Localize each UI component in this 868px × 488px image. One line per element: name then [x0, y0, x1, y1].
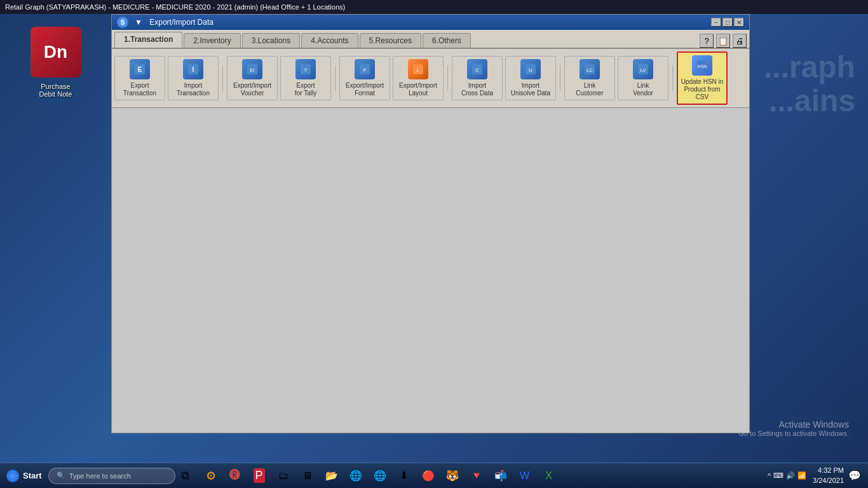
toolbar-area: E ExportTransaction I ImportTransaction … [112, 49, 749, 108]
tab-accounts[interactable]: 4.Accounts [301, 33, 358, 48]
title-controls: − □ ✕ [711, 18, 744, 27]
start-button[interactable]: Start [0, 463, 48, 488]
clipboard-button[interactable]: 📋 [716, 34, 730, 48]
taskbar: Start 🔍 Type here to search ⧉ ⚙ 🅡 P 🗂 [0, 463, 868, 488]
export-for-tally-icon: T [295, 59, 316, 79]
link-customer-button[interactable]: LC LinkCustomer [564, 56, 615, 100]
divider-3 [447, 65, 448, 91]
divider-4 [560, 65, 560, 91]
export-import-voucher-label: Export/ImportVoucher [233, 82, 271, 97]
divider-5 [672, 65, 673, 91]
export-import-voucher-button[interactable]: EI Export/ImportVoucher [227, 56, 278, 100]
export-for-tally-button[interactable]: T Exportfor Tally [280, 56, 331, 100]
taskbar-app-6[interactable]: 📂 [320, 464, 343, 487]
tab-inventory[interactable]: 2.Inventory [184, 33, 240, 48]
svg-text:LC: LC [587, 67, 593, 73]
tray-expand-icon[interactable]: ^ [768, 472, 771, 480]
taskbar-apps: ⚙ 🅡 P 🗂 🖥 📂 🌐 🌐 ⬇ [196, 464, 759, 487]
link-vendor-icon: LV [633, 59, 653, 79]
update-hsn-button[interactable]: HSN Update HSN inProduct from CSV [677, 51, 728, 105]
tab-transaction[interactable]: 1.Transaction [114, 32, 182, 48]
update-hsn-icon: HSN [692, 55, 712, 76]
keyboard-icon: ⌨ [773, 471, 783, 480]
content-area [112, 108, 749, 433]
import-unisolve-data-button[interactable]: U ImportUnisolve Data [505, 56, 556, 100]
activate-windows-watermark: Activate Windows Go to Settings to activ… [738, 419, 849, 437]
main-app-window: S ▼ Export/Import Data − □ ✕ 1.Transacti… [111, 14, 750, 433]
current-time: 4:32 PM [813, 466, 844, 475]
tab-resources[interactable]: 5.Resources [360, 33, 421, 48]
import-transaction-label: ImportTransaction [177, 82, 210, 97]
os-title-bar: Retail Graph (SATYAPRAKASH) - MEDICURE -… [0, 0, 868, 14]
tab-locations[interactable]: 3.Locations [242, 33, 300, 48]
toolbar-right-icons: ? 📋 🖨 [700, 34, 747, 48]
export-transaction-label: ExportTransaction [123, 82, 156, 97]
current-date: 3/24/2021 [813, 476, 844, 485]
os-title-text: Retail Graph (SATYAPRAKASH) - MEDICURE -… [5, 3, 345, 11]
purchase-debit-note-icon[interactable]: Dn [31, 27, 81, 78]
taskbar-right: ^ ⌨ 🔊 📶 4:32 PM 3/24/2021 💬 [759, 466, 868, 485]
nav-tabs: 1.Transaction 2.Inventory 3.Locations 4.… [112, 30, 749, 49]
network-icon: 🔊 [786, 471, 795, 480]
export-import-layout-button[interactable]: L Export/ImportLayout [393, 56, 444, 100]
print-button[interactable]: 🖨 [733, 34, 747, 48]
divider-1 [222, 65, 223, 91]
svg-text:C: C [475, 67, 479, 73]
close-button[interactable]: ✕ [734, 18, 744, 27]
taskbar-app-4[interactable]: 🗂 [272, 464, 295, 487]
export-import-voucher-icon: EI [242, 59, 262, 79]
taskbar-search[interactable]: 🔍 Type here to search [48, 468, 175, 484]
app-title-bar: S ▼ Export/Import Data − □ ✕ [112, 15, 749, 30]
taskbar-app-14[interactable]: W [513, 464, 536, 487]
task-view-button[interactable]: ⧉ [175, 466, 196, 486]
svg-text:HSN: HSN [698, 64, 707, 69]
activate-line2: Go to Settings to activate Windows. [738, 430, 849, 437]
svg-text:F: F [363, 67, 367, 73]
svg-text:U: U [529, 67, 532, 73]
svg-text:L: L [417, 67, 420, 73]
import-transaction-icon: I [183, 59, 203, 79]
update-hsn-label: Update HSN inProduct from CSV [679, 78, 725, 101]
taskbar-app-9[interactable]: ⬇ [393, 464, 416, 487]
link-vendor-label: LinkVendor [633, 82, 653, 97]
activate-line1: Activate Windows [738, 419, 849, 430]
taskbar-app-3[interactable]: P [248, 464, 271, 487]
taskbar-app-11[interactable]: 🐯 [441, 464, 464, 487]
export-import-format-label: Export/ImportFormat [346, 82, 384, 97]
taskbar-app-13[interactable]: 📬 [489, 464, 512, 487]
app-icon-text: Dn [44, 42, 67, 62]
import-transaction-button[interactable]: I ImportTransaction [168, 56, 219, 100]
import-cross-data-icon: C [467, 59, 487, 79]
desktop: Retail Graph (SATYAPRAKASH) - MEDICURE -… [0, 0, 868, 488]
export-transaction-button[interactable]: E ExportTransaction [114, 56, 165, 100]
task-view-icon: ⧉ [181, 469, 189, 482]
link-vendor-button[interactable]: LV LinkVendor [618, 56, 668, 100]
taskbar-app-12[interactable]: 🔻 [465, 464, 488, 487]
import-cross-data-button[interactable]: C ImportCross Data [452, 56, 503, 100]
svg-text:I: I [193, 66, 194, 73]
maximize-button[interactable]: □ [722, 18, 733, 27]
taskbar-app-2[interactable]: 🅡 [224, 464, 247, 487]
system-tray: ^ ⌨ 🔊 📶 [764, 471, 810, 480]
notification-icon[interactable]: 💬 [846, 468, 863, 484]
taskbar-app-10[interactable]: 🔴 [417, 464, 440, 487]
divider-2 [335, 65, 336, 91]
export-import-format-icon: F [355, 59, 375, 79]
app-title-text: Export/Import Data [149, 18, 214, 27]
taskbar-clock[interactable]: 4:32 PM 3/24/2021 [813, 466, 844, 485]
minimize-button[interactable]: − [711, 18, 721, 27]
export-import-format-button[interactable]: F Export/ImportFormat [339, 56, 390, 100]
taskbar-app-15[interactable]: X [538, 464, 560, 487]
windows-logo-icon [6, 470, 19, 482]
tab-others[interactable]: 6.Others [423, 33, 471, 48]
link-customer-icon: LC [580, 59, 600, 79]
volume-icon: 📶 [797, 471, 806, 480]
taskbar-app-1[interactable]: ⚙ [200, 464, 222, 487]
taskbar-app-5[interactable]: 🖥 [296, 464, 319, 487]
taskbar-app-7[interactable]: 🌐 [344, 464, 367, 487]
help-button[interactable]: ? [700, 34, 714, 48]
svg-text:LV: LV [640, 67, 646, 73]
svg-text:T: T [304, 67, 308, 73]
taskbar-app-8[interactable]: 🌐 [369, 464, 391, 487]
import-unisolve-data-icon: U [520, 59, 541, 79]
